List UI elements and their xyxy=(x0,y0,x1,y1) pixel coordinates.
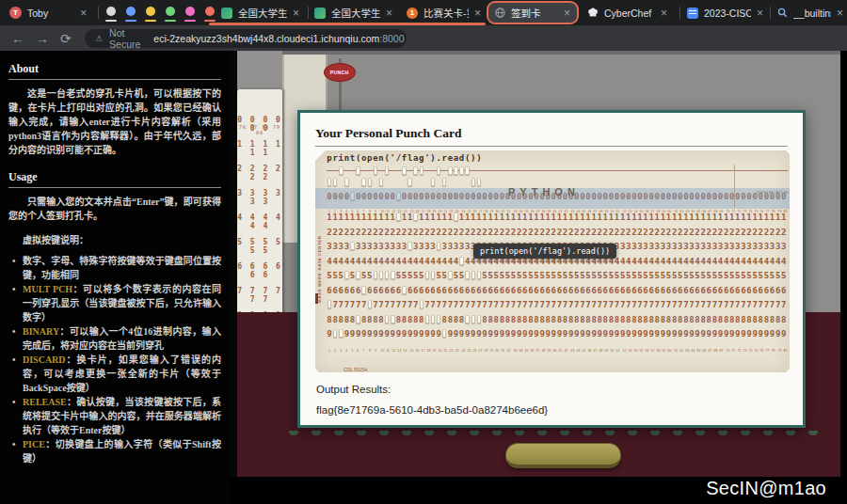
card-slot-button[interactable] xyxy=(505,443,621,468)
grey-dot-tab[interactable] xyxy=(104,0,119,25)
tab-label: 2023-CISCN- xyxy=(704,8,751,19)
punch-hole xyxy=(350,242,355,250)
card-digit-cell: 8 xyxy=(781,313,787,328)
virtual-key-name: RELEASE xyxy=(23,397,67,407)
tab-close-icon[interactable]: × xyxy=(474,8,481,19)
punch-hole xyxy=(368,178,373,186)
contest-favicon xyxy=(314,8,326,19)
tab-close-icon[interactable]: × xyxy=(757,8,763,19)
punch-hole xyxy=(465,166,470,175)
address-bar[interactable]: ⚠ Not Secure eci-2zeakyuzz3sh4bwj44x8.cl… xyxy=(85,29,407,48)
tab-builtins[interactable]: __builtins__ × xyxy=(777,0,843,25)
virtual-key-name: PICE xyxy=(23,439,45,449)
punch-hole xyxy=(437,166,441,175)
title-rule xyxy=(315,146,788,147)
tab-close-icon[interactable]: × xyxy=(564,8,570,19)
browser-nav-bar: ← → ⟳ ⚠ Not Secure eci-2zeakyuzz3sh4bwj4… xyxy=(0,25,847,51)
tab-label: CyberChef xyxy=(604,8,655,19)
punch-hole xyxy=(448,271,453,279)
machine-corner xyxy=(237,51,282,89)
card-zone-row-12 xyxy=(327,165,788,176)
tab-close-icon[interactable]: × xyxy=(661,8,667,19)
blue-dot-tab[interactable] xyxy=(123,0,138,25)
punch-hole xyxy=(431,315,436,323)
tab-ciscn[interactable]: 2023-CISCN- × xyxy=(687,0,767,25)
usage-heading: Usage xyxy=(8,170,221,188)
not-secure-label: Not Secure xyxy=(109,27,140,50)
virtual-key-name: BINARY xyxy=(23,326,59,337)
virtual-keys-heading: 虚拟按键说明： xyxy=(23,232,221,246)
tab-close-icon[interactable]: × xyxy=(293,8,299,19)
back-icon[interactable]: ← xyxy=(11,25,24,51)
tab-label: 全国大学生信息 xyxy=(331,6,380,20)
virtual-key-item: 数字、字母、特殊字符按键等效于键盘同位置按键，功能相同 xyxy=(12,254,221,282)
punch-hole xyxy=(356,271,360,279)
card-digit-row-1: 1111111111111111111111111111111111111111… xyxy=(327,211,788,226)
punch-card[interactable]: MASS WERK DATA CENTER print(open('/flag'… xyxy=(315,150,790,372)
punch-card-panel: Your Personal Punch Card MASS WERK DATA … xyxy=(297,110,806,428)
virtual-key-item: RELEASE：确认按键，当该按键被按下后，系统将提交卡片中输入的内容，并在服务… xyxy=(12,395,221,437)
forward-icon[interactable]: → xyxy=(36,25,49,51)
tab-label: 签到卡 xyxy=(511,6,558,20)
punch-hole xyxy=(413,213,418,221)
punch-hole xyxy=(356,315,360,323)
red-dot-tab[interactable] xyxy=(202,0,217,25)
yellow-dot-tab[interactable] xyxy=(143,0,158,25)
identification-label: IDENTIFICATION xyxy=(757,190,788,194)
tab-close-icon[interactable]: × xyxy=(386,8,392,19)
punch-hole xyxy=(333,178,338,186)
pink-dot-tab[interactable] xyxy=(183,0,198,25)
reload-icon[interactable]: ⟳ xyxy=(60,25,72,51)
green-dot-tab[interactable] xyxy=(163,0,178,25)
punch-hole xyxy=(454,166,458,175)
card-digit-cell: 6 xyxy=(781,284,787,299)
punch-hole xyxy=(454,213,458,221)
card-column-numbers-bottom: 1234567891011121314151617181920212223242… xyxy=(327,342,788,350)
punch-hole xyxy=(374,166,378,175)
punch-hole xyxy=(333,329,338,338)
usage-text: 只需输入您的文本并点击“Enter”键，即可获得您的个人签到打孔卡。 xyxy=(8,195,221,223)
tab-toby[interactable]: T Toby × xyxy=(9,0,96,25)
tab-close-icon[interactable]: × xyxy=(837,8,843,19)
tab-cyberchef[interactable]: CyberChef × xyxy=(587,0,674,25)
virtual-keys-list: 数字、字母、特殊字符按键等效于键盘同位置按键，功能相同MULT PCH：可以将多… xyxy=(12,254,221,465)
punch-hole xyxy=(425,315,430,323)
column-number: 80 xyxy=(781,342,787,350)
tab-contest-2[interactable]: 全国大学生信息 × xyxy=(314,0,397,25)
punch-hole xyxy=(448,166,453,175)
punch-hole xyxy=(385,315,390,323)
punch-hole xyxy=(391,271,395,279)
tab-challenge[interactable]: 1 比赛关卡-第十 × xyxy=(407,0,484,25)
bg-card-digit-row: 4 4 4 4 4 4 xyxy=(237,213,282,230)
card-edge-text: MASS WERK DATA CENTER xyxy=(316,175,326,363)
tab-group-bar xyxy=(184,20,196,22)
tab-signin-card-active[interactable]: 签到卡 × xyxy=(487,1,579,24)
punch-hole xyxy=(465,315,470,323)
tab-close-icon[interactable]: × xyxy=(80,8,87,19)
tab-group-dot xyxy=(205,7,215,16)
punch-hole xyxy=(379,178,384,186)
card-digit-cell: 5 xyxy=(781,269,787,284)
virtual-key-item: BINARY：可以输入一个4位16进制内容，输入完成后，将对应内容在当前列穿孔 xyxy=(12,324,221,353)
bg-card-digit-row: 3 3 3 3 3 3 xyxy=(237,189,282,206)
punch-hole xyxy=(477,271,482,279)
tab-separator xyxy=(98,7,99,19)
doc-favicon xyxy=(687,8,698,19)
punch-hole xyxy=(413,166,418,175)
column-number: 80 xyxy=(781,203,787,211)
punch-hole xyxy=(425,271,430,279)
identification-divider xyxy=(734,165,735,208)
punch-hole xyxy=(471,178,476,186)
tab-group-bar xyxy=(105,20,117,22)
tab-label: 全国大学生信息 xyxy=(238,6,287,20)
tab-group-bar xyxy=(204,20,216,22)
tab-contest-1[interactable]: 全国大学生信息 × xyxy=(221,0,304,25)
card-zone-cell xyxy=(781,165,787,176)
card-zone-cell xyxy=(781,176,787,190)
tab-group-dot xyxy=(185,7,195,16)
punch-hole xyxy=(361,286,366,294)
about-heading: About xyxy=(8,62,221,80)
ichunqiu-favicon: 1 xyxy=(407,8,418,19)
bg-card-number-row: 76 77 78 79 80 xyxy=(237,124,282,135)
chef-hat-icon xyxy=(587,8,599,19)
